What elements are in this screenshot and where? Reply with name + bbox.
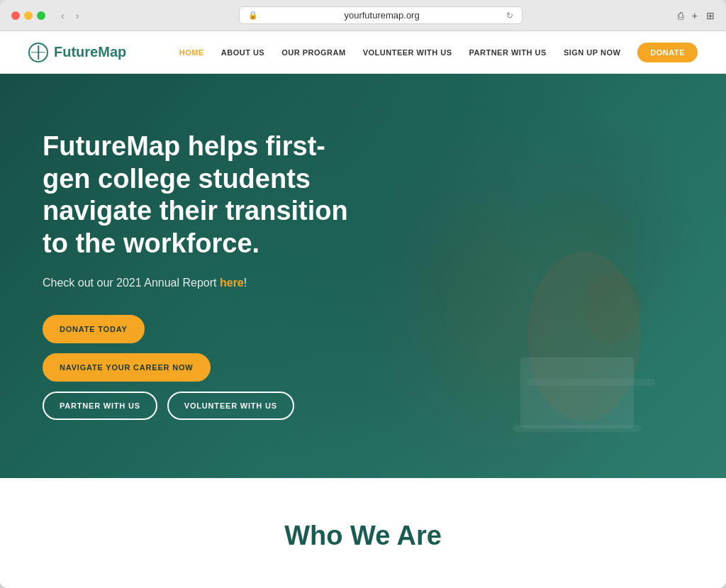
close-button[interactable]: [11, 11, 20, 20]
nav-home[interactable]: HOME: [179, 48, 204, 57]
nav-program[interactable]: OUR PROGRAM: [281, 48, 345, 57]
traffic-lights: [11, 11, 45, 20]
hero-buttons: DONATE TODAY NAVIGATE YOUR CAREER NOW PA…: [43, 315, 354, 420]
brand: FutureMap: [28, 43, 126, 62]
forward-button[interactable]: ›: [72, 9, 84, 23]
reload-icon: ↻: [506, 11, 513, 21]
hero-illustration: [386, 194, 683, 478]
lock-icon: 🔒: [248, 11, 258, 20]
back-button[interactable]: ‹: [57, 9, 69, 23]
who-section: Who We Are: [0, 478, 726, 588]
share-button[interactable]: ⎙: [678, 10, 683, 21]
subtitle-suffix: !: [244, 277, 247, 289]
minimize-button[interactable]: [24, 11, 33, 20]
donate-today-button[interactable]: DONATE TODAY: [43, 315, 145, 343]
donate-button[interactable]: DONATE: [637, 43, 698, 62]
nav-signup[interactable]: SIGN UP NOW: [564, 48, 620, 57]
site-wrapper: FutureMap HOME ABOUT US OUR PROGRAM VOLU…: [0, 31, 726, 588]
brand-logo: [28, 43, 48, 62]
browser-nav: ‹ ›: [57, 9, 83, 23]
nav-about[interactable]: ABOUT US: [221, 48, 264, 57]
maximize-button[interactable]: [37, 11, 45, 20]
browser-titlebar: ‹ › 🔒 yourfuturemap.org ↻ ⎙ + ⊞: [0, 0, 726, 31]
annual-report-link[interactable]: here: [220, 277, 244, 289]
who-title: Who We Are: [28, 521, 698, 551]
svg-rect-3: [520, 357, 634, 428]
brand-name: FutureMap: [54, 44, 126, 60]
browser-actions: ⎙ + ⊞: [678, 10, 715, 21]
hero-content: FutureMap helps first-gen college studen…: [0, 74, 397, 448]
navigate-career-button[interactable]: NAVIGATE YOUR CAREER NOW: [43, 353, 211, 382]
svg-rect-4: [513, 425, 641, 432]
url-text: yourfuturemap.org: [262, 10, 502, 21]
navbar-nav: HOME ABOUT US OUR PROGRAM VOLUNTEER WITH…: [179, 43, 698, 62]
volunteer-button[interactable]: VOLUNTEER WITH US: [167, 392, 294, 420]
hero-btn-row: PARTNER WITH US VOLUNTEER WITH US: [43, 392, 294, 420]
hero-title: FutureMap helps first-gen college studen…: [43, 131, 354, 260]
partner-button[interactable]: PARTNER WITH US: [43, 392, 157, 420]
address-bar[interactable]: 🔒 yourfuturemap.org ↻: [239, 6, 523, 24]
hero-subtitle: Check out our 2021 Annual Report here!: [43, 277, 354, 289]
nav-volunteer[interactable]: VOLUNTEER WITH US: [363, 48, 452, 57]
navbar: FutureMap HOME ABOUT US OUR PROGRAM VOLU…: [0, 31, 726, 74]
subtitle-prefix: Check out our 2021 Annual Report: [43, 277, 220, 289]
svg-point-1: [584, 272, 641, 343]
browser-content: FutureMap HOME ABOUT US OUR PROGRAM VOLU…: [0, 31, 726, 588]
new-tab-button[interactable]: +: [692, 10, 698, 21]
browser-window: ‹ › 🔒 yourfuturemap.org ↻ ⎙ + ⊞ FutureMa…: [0, 0, 726, 588]
hero-section: FutureMap helps first-gen college studen…: [0, 74, 726, 478]
extensions-button[interactable]: ⊞: [706, 10, 715, 21]
nav-partner[interactable]: PARTNER WITH US: [469, 48, 547, 57]
